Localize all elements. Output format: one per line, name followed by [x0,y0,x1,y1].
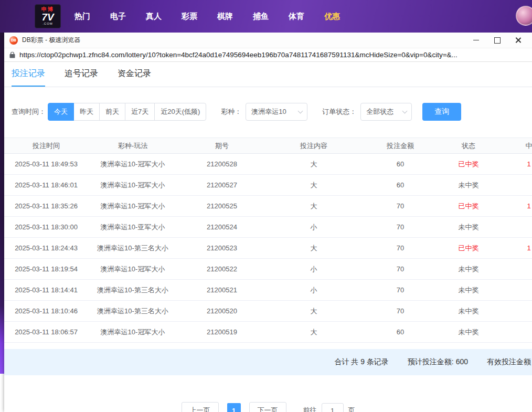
order-status-value: 全部状态 [366,107,393,117]
bet-records-table: 投注时间彩种-玩法期号投注内容投注金额状态中 2025-03-11 18:49:… [4,138,532,343]
cell-amount: 70 [361,280,440,301]
cell-win: 1 [497,196,532,217]
column-header: 中 [497,138,532,154]
nav-item[interactable]: 体育 [289,12,304,22]
summary-total: 合计 共 9 条记录 [334,357,388,367]
lottery-select[interactable]: 澳洲幸运10 [246,103,307,121]
table-row: 2025-03-11 18:06:57澳洲幸运10-冠军大小21200519大6… [4,322,532,343]
desktop-background [0,33,4,374]
lottery-label: 彩种： [221,107,241,117]
cell-content: 小 [267,280,361,301]
cell-content: 大 [267,238,361,259]
maximize-icon[interactable] [494,37,501,44]
browser-titlebar: DB DB彩票 - 极速浏览器 [4,33,532,48]
nav-item[interactable]: 电子 [110,12,126,22]
tab-chase-records[interactable]: 追号记录 [65,62,98,87]
table-row: 2025-03-11 18:19:54澳洲幸运10-冠军大小21200522小7… [4,259,532,280]
nav-item[interactable]: 彩票 [182,12,197,22]
cell-amount: 70 [361,217,440,238]
top-navigation: 申博 7V .COM 热门电子真人彩票棋牌捕鱼体育优惠 [0,0,532,33]
goto-label: 前往 [303,406,317,412]
cell-win [497,217,532,238]
time-filter-button[interactable]: 近20天(低频) [154,103,206,121]
cell-game: 澳洲幸运10-第三名大小 [88,301,177,322]
cell-status: 未中奖 [440,322,497,343]
time-filter-button[interactable]: 昨天 [73,103,100,121]
nav-item[interactable]: 棋牌 [217,12,233,22]
cell-content: 大 [267,301,361,322]
cell-win [497,259,532,280]
summary-valid-amount: 有效投注金额 [487,357,531,367]
nav-item[interactable]: 热门 [75,12,90,22]
cell-time: 2025-03-11 18:10:46 [4,301,88,322]
time-filter-group: 今天昨天前天近7天近20天(低频) [48,103,206,121]
cell-time: 2025-03-11 18:24:43 [4,238,88,259]
pagination: 上一页 1 下一页 前往 页 [4,402,532,412]
close-icon[interactable] [515,37,522,44]
cell-time: 2025-03-11 18:46:01 [4,175,88,196]
cell-game: 澳洲幸运10-冠军大小 [88,196,177,217]
tab-bet-records[interactable]: 投注记录 [12,62,45,87]
cell-win [497,280,532,301]
cell-game: 澳洲幸运10-冠军大小 [88,154,177,175]
tab-fund-records[interactable]: 资金记录 [118,62,151,87]
page-1-button[interactable]: 1 [227,403,241,412]
lottery-select-value: 澳洲幸运10 [251,107,286,117]
url-bar[interactable]: https://ctop02pchwp1.zfnc84.com/lottery/… [4,48,532,62]
table-row: 2025-03-11 18:14:41澳洲幸运10-第三名大小21200521小… [4,280,532,301]
cell-game: 澳洲幸运10-第三名大小 [88,280,177,301]
time-filter-label: 查询时间： [12,107,46,117]
nav-item[interactable]: 真人 [146,12,162,22]
cell-time: 2025-03-11 18:35:26 [4,196,88,217]
table-row: 2025-03-11 18:49:53澳洲幸运10-冠军大小21200528大6… [4,154,532,175]
cell-time: 2025-03-11 18:49:53 [4,154,88,175]
user-avatar[interactable] [516,6,532,26]
time-filter-button[interactable]: 今天 [48,103,74,121]
cell-period: 21200521 [177,280,267,301]
cell-amount: 60 [361,175,440,196]
cell-content: 大 [267,322,361,343]
prev-page-button[interactable]: 上一页 [182,402,219,412]
order-status-select[interactable]: 全部状态 [360,103,412,121]
cell-status: 已中奖 [440,154,497,175]
minimize-icon[interactable] [473,37,480,44]
window-controls [473,37,527,44]
next-page-button[interactable]: 下一页 [249,402,286,412]
time-filter-button[interactable]: 前天 [99,103,125,121]
goto-page-input[interactable] [322,403,344,412]
lock-icon [9,51,15,58]
summary-expected-amount: 预计投注金额: 600 [408,357,468,367]
table-row: 2025-03-11 18:35:26澳洲幸运10-冠军大小21200525大7… [4,196,532,217]
cell-win: 1 [497,154,532,175]
cell-time: 2025-03-11 18:30:00 [4,217,88,238]
table-header-row: 投注时间彩种-玩法期号投注内容投注金额状态中 [4,138,532,154]
cell-time: 2025-03-11 18:19:54 [4,259,88,280]
column-header: 状态 [440,138,497,154]
cell-status: 未中奖 [440,217,497,238]
nav-item[interactable]: 捕鱼 [253,12,269,22]
filter-bar: 查询时间： 今天昨天前天近7天近20天(低频) 彩种： 澳洲幸运10 订单状态：… [4,102,532,121]
search-button[interactable]: 查询 [422,103,461,121]
chevron-down-icon [298,108,303,113]
site-logo[interactable]: 申博 7V .COM [35,4,61,28]
url-text: https://ctop02pchwp1.zfnc84.com/lottery/… [19,51,457,59]
cell-status: 未中奖 [440,301,497,322]
cell-game: 澳洲幸运10-冠军大小 [88,175,177,196]
cell-game: 澳洲幸运10-冠军大小 [88,259,177,280]
cell-win [497,175,532,196]
cell-win [497,301,532,322]
cell-amount: 70 [361,259,440,280]
cell-time: 2025-03-11 18:06:57 [4,322,88,343]
cell-content: 大 [267,196,361,217]
time-filter-button[interactable]: 近7天 [125,103,155,121]
column-header: 期号 [177,138,267,154]
table-row: 2025-03-11 18:24:43澳洲幸运10-第三名大小21200523大… [4,238,532,259]
cell-period: 21200519 [177,322,267,343]
table-row: 2025-03-11 18:46:01澳洲幸运10-冠军大小21200527大6… [4,175,532,196]
cell-status: 未中奖 [440,280,497,301]
cell-content: 大 [267,154,361,175]
column-header: 投注金额 [361,138,440,154]
cell-period: 21200523 [177,238,267,259]
cell-amount: 70 [361,196,440,217]
nav-item[interactable]: 优惠 [324,12,340,22]
